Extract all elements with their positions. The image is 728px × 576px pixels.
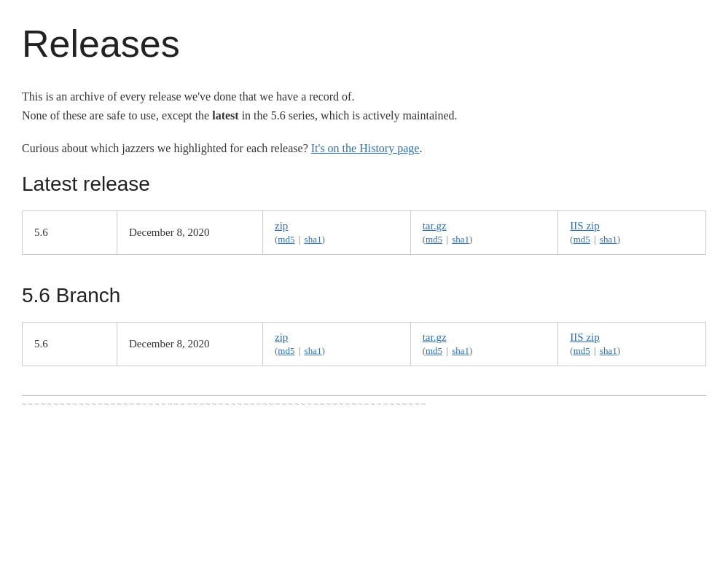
- hash-separator: |: [444, 345, 450, 356]
- md5-link[interactable]: md5: [574, 234, 590, 245]
- page-title: Releases: [22, 22, 706, 66]
- md5-link[interactable]: md5: [278, 345, 294, 356]
- download-link-tar.gz[interactable]: tar.gz: [423, 220, 547, 232]
- download-link-iis-zip[interactable]: IIS zip: [570, 331, 694, 344]
- section-0: Latest release5.6December 8, 2020zip(md5…: [22, 173, 706, 255]
- intro-line2-prefix: None of these are safe to use, except th…: [22, 109, 212, 122]
- md5-link[interactable]: md5: [426, 345, 442, 356]
- download-link-iis-zip[interactable]: IIS zip: [570, 220, 694, 232]
- history-suffix: .: [419, 142, 422, 154]
- sha1-link[interactable]: sha1: [452, 345, 469, 356]
- version-cell: 5.6: [23, 322, 117, 366]
- md5-link[interactable]: md5: [426, 234, 442, 245]
- footer-decoration: ~ ~ ~ ~ ~ ~ ~ ~ ~ ~ ~ ~ ~ ~ ~ ~ ~ ~ ~ ~ …: [22, 395, 706, 408]
- download-cell-2: IIS zip(md5 | sha1): [558, 210, 706, 254]
- hash-separator: |: [296, 234, 302, 245]
- download-cell-0: zip(md5 | sha1): [263, 210, 411, 254]
- history-link[interactable]: It's on the History page: [311, 142, 420, 154]
- download-link-zip[interactable]: zip: [275, 331, 399, 344]
- sha1-link[interactable]: sha1: [600, 345, 617, 356]
- intro-line2-suffix: in the 5.6 series, which is actively mai…: [239, 109, 458, 122]
- hash-links: (md5 | sha1): [423, 345, 547, 357]
- releases-table-1: 5.6December 8, 2020zip(md5 | sha1)tar.gz…: [22, 322, 706, 366]
- hash-links: (md5 | sha1): [570, 234, 694, 245]
- md5-link[interactable]: md5: [278, 234, 294, 245]
- md5-link[interactable]: md5: [574, 345, 590, 356]
- hash-separator: |: [296, 345, 302, 356]
- intro-line1: This is an archive of every release we'v…: [22, 90, 354, 103]
- hash-links: (md5 | sha1): [275, 345, 399, 357]
- date-cell: December 8, 2020: [117, 322, 263, 366]
- download-cell-2: IIS zip(md5 | sha1): [558, 322, 706, 366]
- download-link-tar.gz[interactable]: tar.gz: [423, 331, 547, 344]
- table-row: 5.6December 8, 2020zip(md5 | sha1)tar.gz…: [23, 210, 706, 254]
- hash-links: (md5 | sha1): [423, 234, 547, 245]
- download-cell-1: tar.gz(md5 | sha1): [410, 210, 558, 254]
- download-link-zip[interactable]: zip: [275, 220, 399, 232]
- download-cell-1: tar.gz(md5 | sha1): [410, 322, 558, 366]
- version-cell: 5.6: [23, 210, 117, 254]
- hash-links: (md5 | sha1): [275, 234, 399, 245]
- download-cell-0: zip(md5 | sha1): [263, 322, 411, 366]
- intro-paragraph: This is an archive of every release we'v…: [22, 87, 706, 125]
- sha1-link[interactable]: sha1: [452, 234, 469, 245]
- releases-table-0: 5.6December 8, 2020zip(md5 | sha1)tar.gz…: [22, 210, 706, 255]
- sha1-link[interactable]: sha1: [600, 234, 617, 245]
- sha1-link[interactable]: sha1: [305, 345, 322, 356]
- date-cell: December 8, 2020: [117, 210, 263, 254]
- hash-separator: |: [592, 234, 598, 245]
- section-heading-1: 5.6 Branch: [22, 284, 706, 307]
- intro-line2-bold: latest: [212, 109, 238, 122]
- section-heading-0: Latest release: [22, 173, 706, 196]
- history-paragraph: Curious about which jazzers we highlight…: [22, 139, 706, 158]
- hash-separator: |: [592, 345, 598, 356]
- table-row: 5.6December 8, 2020zip(md5 | sha1)tar.gz…: [23, 322, 706, 366]
- section-1: 5.6 Branch5.6December 8, 2020zip(md5 | s…: [22, 284, 706, 366]
- sha1-link[interactable]: sha1: [305, 234, 322, 245]
- hash-links: (md5 | sha1): [570, 345, 694, 357]
- history-prefix: Curious about which jazzers we highlight…: [22, 142, 311, 154]
- hash-separator: |: [444, 234, 450, 245]
